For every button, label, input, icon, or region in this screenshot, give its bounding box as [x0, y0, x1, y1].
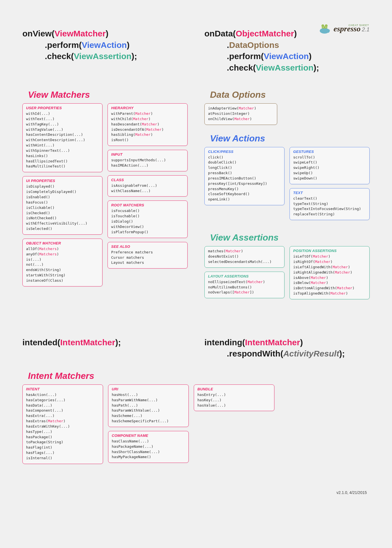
card-layout-assertions: LAYOUT ASSERTIONS noEllipseizedText(Matc…: [204, 272, 284, 299]
list-item: hasEntry(...): [197, 392, 271, 398]
list-item: hasExtras(Matcher): [26, 419, 99, 424]
list-item: hasIMEAction(...): [111, 163, 184, 168]
logo: CHEAT SHEET espresso 2.1: [319, 22, 370, 35]
intending-code: intending(IntentMatcher) .respondWith(Ac…: [204, 337, 370, 360]
list-item: startsWith(String): [26, 273, 99, 278]
list-item: isTopAlignedWith(Matcher): [293, 291, 366, 296]
list-item: anyOf(Matchers): [26, 252, 99, 257]
card-ui-properties: UI PROPERTIES isDisplayed()isCompletelyD…: [22, 176, 102, 235]
list-item: toPackage(String): [26, 440, 99, 445]
list-item: withSpinnerText(...): [26, 148, 99, 153]
list-item: hasHost(...): [112, 392, 185, 398]
logo-version: 2.1: [362, 26, 370, 32]
svg-point-5: [326, 27, 326, 27]
onview-code: onView(ViewMatcher) .perform(ViewAction)…: [22, 28, 188, 62]
list-item: isDialog(): [111, 219, 184, 224]
list-item: hasSchemeSpecificPart(...): [112, 419, 185, 424]
section-view-assertions: View Assertions: [210, 232, 370, 243]
list-item: swipeRight(): [293, 165, 366, 171]
list-item: swipeLeft(): [293, 160, 366, 165]
list-item: pressKey([int/EspressoKey]): [208, 181, 281, 186]
list-item: isDescendantOfA(Matcher): [111, 127, 184, 132]
list-item: hasExtraWithKey(...): [26, 424, 99, 429]
list-item: isClickable(): [26, 205, 99, 211]
list-item: instanceOf(Class): [26, 278, 99, 283]
list-item: hasFlags(...): [26, 450, 99, 456]
list-item: isNotChecked(): [26, 216, 99, 221]
list-item: pressMenuKey(): [208, 186, 281, 192]
card-input: INPUT supportsInputMethods(...)hasIMEAct…: [108, 150, 188, 171]
list-item: onChildView(Matcher): [208, 116, 274, 122]
svg-point-0: [320, 28, 329, 34]
list-item: withParent(Matcher): [111, 111, 184, 116]
list-item: isRightAlignedWith(Matcher): [293, 270, 366, 275]
list-item: inAdapterView(Matcher): [208, 106, 274, 111]
list-item: isRoot(): [111, 137, 184, 143]
card-click-press: CLICK/PRESS click()doubleClick()longClic…: [204, 147, 284, 206]
footer-version: v2.1.0, 4/21/2015: [22, 490, 367, 495]
list-item: hasMyPackageName(): [112, 454, 185, 460]
list-item: hasDescendant(Matcher): [111, 122, 184, 127]
list-item: hasSibling(Matcher): [111, 132, 184, 137]
list-item: hasPackage(): [26, 435, 99, 440]
list-item: hasCategories(...): [26, 398, 99, 403]
list-item: hasFlag(int): [26, 445, 99, 450]
list-item: hasLinks(): [26, 153, 99, 159]
list-item: noOverlaps([Matcher]): [208, 290, 281, 295]
list-item: withDecorView(): [111, 224, 184, 230]
list-item: hasEllipsizedText(): [26, 159, 99, 164]
card-component-name: COMPONENT NAME hasClassName(...)hasPacka…: [108, 431, 189, 463]
list-item: isInternal(): [26, 456, 99, 461]
list-item: typeTextIntoFocusedView(String): [293, 206, 366, 212]
list-item: replaceText(String): [293, 212, 366, 217]
list-item: pressIMEActionButton(): [208, 176, 281, 181]
card-data-options: inAdapterView(Matcher)atPosition(Integer…: [204, 103, 277, 125]
card-gestures: GESTURES scrollTo()swipeLeft()swipeRight…: [290, 147, 370, 184]
list-item: isAbove(Matcher): [293, 275, 366, 281]
section-view-actions: View Actions: [210, 133, 370, 144]
list-item: withId(...): [26, 111, 99, 116]
list-item: isBelow(Matcher): [293, 280, 366, 286]
svg-point-4: [323, 27, 323, 27]
svg-rect-3: [322, 26, 327, 29]
list-item: withClassName(...): [111, 188, 184, 194]
list-item: endsWith(String): [26, 267, 99, 273]
list-item: isBottomAlignedWith(Matcher): [293, 286, 366, 291]
list-item: not(...): [26, 262, 99, 267]
list-item: Layout matchers: [111, 260, 184, 265]
list-item: isPlatformPopup(): [111, 230, 184, 235]
list-item: hasAction(...): [26, 392, 99, 398]
list-item: noMultilineButtons(): [208, 285, 281, 290]
list-item: longClick(): [208, 165, 281, 171]
card-text: TEXT clearText()typeText(String)typeText…: [290, 188, 370, 220]
list-item: isEnabled(): [26, 195, 99, 200]
list-item: is(...): [26, 257, 99, 262]
list-item: isSelected(): [26, 226, 99, 232]
list-item: hasFocus(): [26, 200, 99, 205]
list-item: hasMultilineTest(): [26, 164, 99, 169]
list-item: hasKey(...): [197, 398, 271, 403]
list-item: isRightOf(Matcher): [293, 259, 366, 265]
list-item: selectedDescendantsMatch(...): [208, 259, 281, 265]
card-root-matchers: ROOT MATCHERS isFocusable()isTouchable()…: [108, 200, 188, 238]
card-object-matcher: OBJECT MATCHER allOf(Matchers)anyOf(Matc…: [22, 239, 102, 286]
list-item: isFocusable(): [111, 208, 184, 214]
list-item: hasClassName(...): [112, 439, 185, 444]
list-item: withTagValue(...): [26, 127, 99, 132]
list-item: hasScheme(...): [112, 413, 185, 419]
card-user-properties: USER PROPERTIES withId(...)withText(...)…: [22, 103, 102, 172]
list-item: isChecked(): [26, 211, 99, 216]
section-data-options: Data Options: [210, 90, 370, 100]
list-item: openLink(): [208, 197, 281, 202]
list-item: hasComponent(...): [26, 408, 99, 413]
card-see-also: SEE ALSO Preference matchersCursor match…: [108, 242, 188, 269]
card-uri: URI hasHost(...)hasParamWithName(...)has…: [108, 384, 189, 427]
list-item: clearText(): [293, 196, 366, 201]
list-item: atPosition(Integer): [208, 111, 274, 116]
list-item: click(): [208, 155, 281, 160]
list-item: withText(...): [26, 116, 99, 122]
list-item: withTagKey(...): [26, 122, 99, 127]
list-item: noEllipseizedText(Matcher): [208, 279, 281, 285]
list-item: typeText(String): [293, 201, 366, 207]
list-item: swipeDown(): [293, 176, 366, 181]
